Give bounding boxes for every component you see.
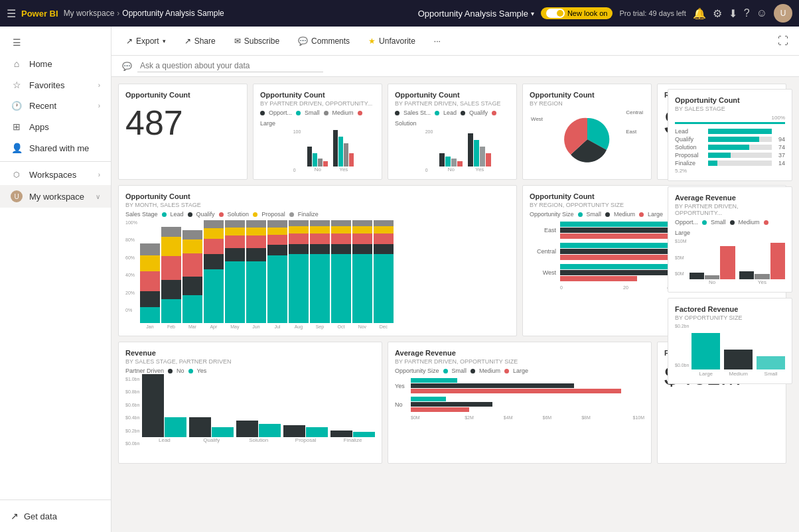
- export-chevron: ▾: [163, 38, 166, 44]
- pie-chart-svg: [551, 109, 624, 163]
- share-label: Share: [194, 36, 216, 46]
- sidebar-label-recent: Recent: [29, 101, 92, 111]
- card-avg-revenue-partner-legend: Opportunity Size Small Medium Large: [395, 367, 644, 374]
- comments-icon: 💬: [298, 36, 308, 46]
- avatar[interactable]: U: [774, 4, 792, 23]
- unfavorite-button[interactable]: ★ Unfavorite: [364, 34, 419, 48]
- sidebar-item-recent[interactable]: 🕐 Recent ›: [0, 96, 111, 116]
- more-button[interactable]: ···: [430, 34, 445, 48]
- card-avg-revenue-partner-subtitle: BY PARTNER DRIVEN, OPPORTUNITY SIZE: [395, 358, 644, 365]
- share-button[interactable]: ↗ Share: [181, 34, 220, 48]
- emoji-icon[interactable]: ☺: [757, 7, 767, 19]
- notifications-icon[interactable]: 🔔: [693, 7, 706, 20]
- sidebar: ☰ ⌂ Home ☆ Favorites › 🕐 Recent › ⊞ Apps…: [0, 27, 111, 532]
- card-factored-revenue-size-subtitle: BY OPPORTUNITY SIZE: [675, 314, 785, 321]
- sidebar-collapse[interactable]: ☰: [0, 32, 111, 53]
- comments-button[interactable]: 💬 Comments: [294, 34, 354, 48]
- shared-icon: 👤: [11, 143, 23, 153]
- sidebar-item-my-workspace[interactable]: U My workspace ∨: [0, 185, 111, 208]
- power-bi-brand: Power BI: [21, 9, 58, 19]
- get-data-icon: ↗: [11, 511, 19, 521]
- home-icon: ⌂: [11, 58, 23, 69]
- card-opp-sales-stage-right-subtitle: BY SALES STAGE: [675, 105, 785, 112]
- card-factored-revenue-size: Factored Revenue BY OPPORTUNITY SIZE $0.…: [668, 298, 792, 384]
- trial-badge: Pro trial: 49 days left: [619, 9, 686, 17]
- unfavorite-label: Unfavorite: [379, 36, 415, 46]
- card-avg-revenue-right-title: Average Revenue: [675, 194, 785, 202]
- recent-icon: 🕐: [11, 101, 23, 111]
- get-data-button[interactable]: ↗ Get data: [11, 505, 100, 527]
- share-icon: ↗: [184, 36, 191, 46]
- sidebar-item-workspaces[interactable]: ⬡ Workspaces ›: [0, 165, 111, 185]
- download-icon[interactable]: ⬇: [729, 7, 737, 20]
- card-avg-revenue-right-legend: Opport... Small Medium Large: [675, 219, 785, 236]
- favorites-arrow: ›: [98, 82, 100, 89]
- card-opp-month-title: Opportunity Count: [125, 192, 510, 200]
- card-avg-revenue-right: Average Revenue BY PARTNER DRIVEN, OPPOR…: [668, 186, 792, 293]
- favorites-icon: ☆: [11, 80, 23, 90]
- new-look-toggle[interactable]: New look on: [541, 7, 613, 19]
- card-opp-count: Opportunity Count 487: [118, 84, 248, 180]
- sidebar-label-home: Home: [29, 59, 100, 69]
- card-opp-partner: Opportunity Count BY PARTNER DRIVEN, OPP…: [253, 84, 382, 180]
- sidebar-item-favorites[interactable]: ☆ Favorites ›: [0, 74, 111, 96]
- qna-input[interactable]: [137, 60, 323, 72]
- card-opp-stage-legend: Sales St... Lead Qualify Solution: [395, 109, 510, 127]
- sidebar-label-favorites: Favorites: [29, 80, 92, 90]
- center-report-title[interactable]: Opportunity Analysis Sample ▾: [418, 9, 534, 19]
- subscribe-button[interactable]: ✉ Subscribe: [230, 34, 283, 48]
- sidebar-label-my-workspace: My workspace: [29, 192, 89, 202]
- card-revenue-stage-title: Revenue: [125, 349, 375, 357]
- sidebar-divider: [0, 161, 111, 162]
- workspace-link[interactable]: My workspace: [64, 9, 115, 18]
- card-opp-region: Opportunity Count BY REGION Central East: [522, 84, 652, 180]
- sidebar-label-shared: Shared with me: [29, 143, 100, 153]
- sidebar-item-shared[interactable]: 👤 Shared with me: [0, 137, 111, 159]
- export-label: Export: [136, 36, 159, 46]
- subscribe-icon: ✉: [234, 36, 241, 46]
- card-opp-stage: Opportunity Count BY PARTNER DRIVEN, SAL…: [388, 84, 517, 180]
- card-opp-stage-title: Opportunity Count: [395, 91, 510, 99]
- card-opp-month-subtitle: BY MONTH, SALES STAGE: [125, 202, 510, 208]
- sidebar-label-workspaces: Workspaces: [29, 170, 92, 180]
- sidebar-bottom: ↗ Get data: [0, 499, 111, 532]
- card-opp-stage-subtitle: BY PARTNER DRIVEN, SALES STAGE: [395, 100, 510, 107]
- qna-icon: 💬: [122, 62, 132, 71]
- sidebar-item-home[interactable]: ⌂ Home: [0, 53, 111, 74]
- card-opp-month-legend: Sales Stage Lead Qualify Solution Propos…: [125, 211, 510, 218]
- top-navigation: ☰ Power BI My workspace › Opportunity An…: [0, 0, 799, 27]
- card-opp-month: Opportunity Count BY MONTH, SALES STAGE …: [118, 185, 517, 336]
- comments-label: Comments: [311, 36, 350, 46]
- star-icon: ★: [368, 36, 376, 46]
- card-revenue-stage-legend: Partner Driven No Yes: [125, 367, 375, 374]
- export-button[interactable]: ↗ Export ▾: [122, 34, 170, 48]
- card-opp-count-value: 487: [125, 105, 240, 140]
- subscribe-label: Subscribe: [244, 36, 279, 46]
- card-opp-region-title: Opportunity Count: [530, 91, 644, 99]
- card-avg-revenue-right-subtitle: BY PARTNER DRIVEN, OPPORTUNITY...: [675, 203, 785, 216]
- export-icon: ↗: [126, 36, 133, 46]
- sidebar-item-apps[interactable]: ⊞ Apps: [0, 116, 111, 137]
- my-workspace-arrow: ∨: [96, 193, 100, 200]
- report-breadcrumb: Opportunity Analysis Sample: [122, 9, 224, 18]
- card-avg-revenue-partner: Average Revenue BY PARTNER DRIVEN, OPPOR…: [388, 342, 652, 464]
- workspaces-icon: ⬡: [11, 170, 23, 179]
- collapse-icon: ☰: [11, 37, 23, 48]
- workspaces-arrow: ›: [98, 171, 100, 178]
- card-avg-revenue-partner-title: Average Revenue: [395, 349, 644, 357]
- card-opp-partner-title: Opportunity Count: [260, 91, 375, 99]
- sidebar-label-apps: Apps: [29, 122, 100, 132]
- help-icon[interactable]: ?: [744, 7, 750, 19]
- card-revenue-stage-subtitle: BY SALES STAGE, PARTNER DRIVEN: [125, 358, 375, 365]
- card-opp-sales-stage-right-title: Opportunity Count: [675, 96, 785, 104]
- card-opp-partner-legend: Opport... Small Medium Large: [260, 109, 375, 127]
- sales-stage-bar-track: [675, 122, 785, 124]
- breadcrumb: My workspace › Opportunity Analysis Samp…: [64, 9, 224, 18]
- hamburger-icon[interactable]: ☰: [7, 7, 16, 20]
- settings-icon[interactable]: ⚙: [713, 7, 722, 20]
- card-opp-region-subtitle: BY REGION: [530, 100, 644, 107]
- sales-stage-note: 5.2%: [675, 168, 785, 174]
- right-column: Opportunity Count BY SALES STAGE 100% Le…: [665, 27, 799, 532]
- card-opp-count-title: Opportunity Count: [125, 91, 240, 99]
- recent-arrow: ›: [98, 102, 100, 109]
